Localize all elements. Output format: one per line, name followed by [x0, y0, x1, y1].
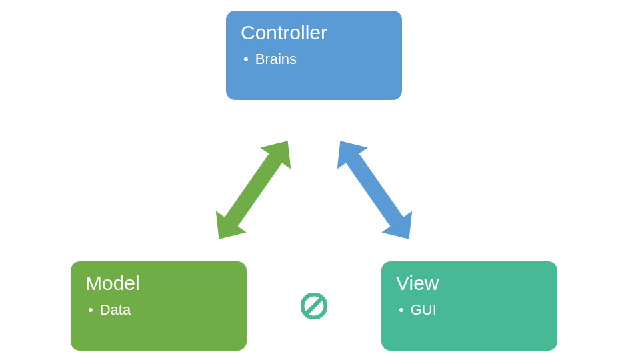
view-box: View GUI [381, 261, 557, 351]
view-title: View [396, 272, 543, 295]
controller-box: Controller Brains [226, 11, 402, 100]
model-bullet: Data [88, 301, 232, 319]
arrow-controller-model [200, 123, 307, 259]
svg-line-3 [307, 299, 321, 313]
no-direct-link-icon [301, 293, 327, 319]
model-box: Model Data [71, 261, 247, 351]
arrow-controller-view [321, 123, 428, 259]
svg-marker-0 [203, 130, 303, 250]
controller-title: Controller [241, 21, 387, 44]
svg-marker-1 [325, 130, 424, 250]
model-title: Model [85, 272, 232, 295]
controller-bullet: Brains [243, 51, 387, 68]
view-bullet: GUI [399, 301, 543, 319]
